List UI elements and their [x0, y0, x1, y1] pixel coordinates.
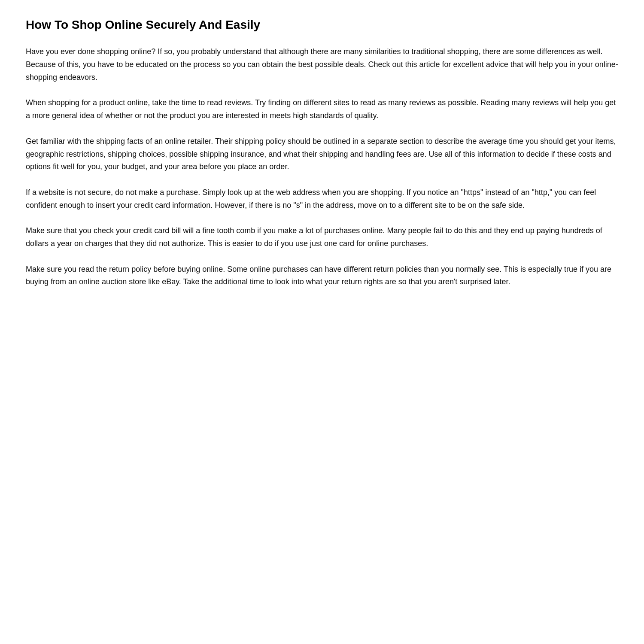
paragraph-6: Make sure you read the return policy bef… — [26, 263, 618, 289]
paragraph-4: If a website is not secure, do not make … — [26, 186, 618, 212]
article-title: How To Shop Online Securely And Easily — [26, 17, 618, 33]
paragraph-2: When shopping for a product online, take… — [26, 97, 618, 122]
paragraph-3: Get familiar with the shipping facts of … — [26, 135, 618, 173]
paragraph-5: Make sure that you check your credit car… — [26, 225, 618, 250]
paragraph-1: Have you ever done shopping online? If s… — [26, 46, 618, 84]
